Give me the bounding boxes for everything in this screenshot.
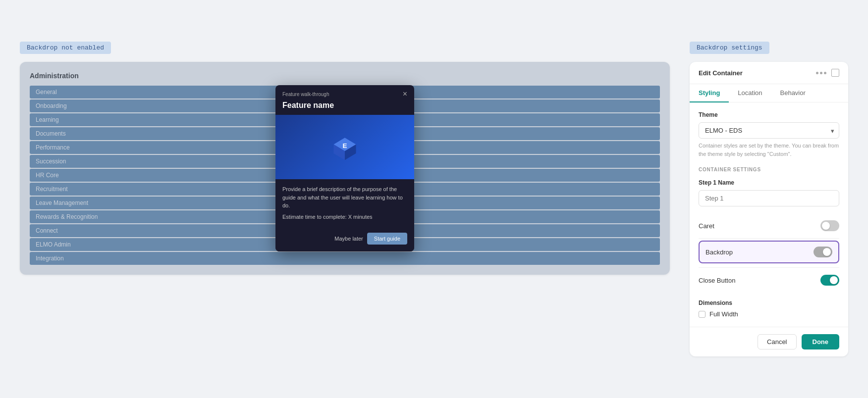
settings-card: Edit Container Styling Location Behavior: [690, 62, 848, 356]
modal-body: Provide a brief description of the purpo…: [275, 179, 414, 233]
step-name-input[interactable]: [699, 190, 839, 206]
card-footer: Cancel Done: [690, 327, 848, 356]
edit-container-label: Edit Container: [699, 69, 743, 77]
left-section-label: Backdrop not enabled: [20, 42, 111, 54]
divider-1: [699, 238, 839, 239]
theme-label: Theme: [699, 111, 839, 118]
close-button-toggle[interactable]: [820, 275, 839, 286]
tab-behavior[interactable]: Behavior: [771, 84, 814, 102]
dot-3: [824, 72, 826, 74]
full-width-row: Full Width: [699, 310, 839, 318]
full-width-label: Full Width: [709, 310, 738, 318]
dimensions-section: Dimensions Full Width: [699, 299, 839, 318]
modal-time-estimate: Estimate time to complete: X minutes: [282, 214, 407, 220]
caret-toggle-thumb: [822, 222, 830, 230]
square-icon[interactable]: [831, 69, 839, 77]
modal-image: E: [275, 115, 414, 179]
tab-location[interactable]: Location: [729, 84, 771, 102]
theme-select-wrapper: ELMO - EDS Custom ▾: [699, 122, 839, 139]
caret-label: Caret: [699, 222, 714, 230]
elmo-cube-icon: E: [330, 132, 360, 162]
caret-toggle[interactable]: [820, 220, 839, 231]
page-wrapper: Backdrop not enabled Administration Gene…: [20, 42, 848, 356]
dot-1: [816, 72, 818, 74]
cancel-button[interactable]: Cancel: [758, 334, 796, 349]
modal-title: Feature name: [275, 101, 414, 115]
feature-modal: Feature walk-through × Feature name E: [275, 85, 414, 251]
tabs-row: Styling Location Behavior: [690, 84, 848, 102]
step-name-group: Step 1 Name: [699, 179, 839, 206]
backdrop-label: Backdrop: [705, 249, 733, 256]
tab-styling[interactable]: Styling: [690, 84, 729, 102]
modal-description: Provide a brief description of the purpo…: [282, 185, 407, 210]
backdrop-toggle-thumb: [823, 248, 831, 256]
step-name-label: Step 1 Name: [699, 179, 839, 186]
header-icons: [816, 69, 839, 77]
modal-overlay: Feature walk-through × Feature name E: [20, 62, 670, 275]
settings-body: Theme ELMO - EDS Custom ▾ Container styl…: [690, 102, 848, 327]
close-button-row: Close Button: [699, 270, 839, 291]
admin-card: Administration GeneralOnboardingLearning…: [20, 62, 670, 275]
left-panel: Backdrop not enabled Administration Gene…: [20, 42, 670, 275]
start-guide-button[interactable]: Start guide: [367, 233, 407, 245]
settings-card-header: Edit Container: [690, 62, 848, 84]
theme-group: Theme ELMO - EDS Custom ▾ Container styl…: [699, 111, 839, 158]
close-button-toggle-thumb: [830, 276, 838, 284]
backdrop-toggle[interactable]: [814, 247, 832, 257]
done-button[interactable]: Done: [802, 334, 840, 349]
divider-2: [699, 267, 839, 268]
dot-2: [820, 72, 822, 74]
close-button-label: Close Button: [699, 277, 735, 284]
dimensions-label: Dimensions: [699, 299, 839, 306]
svg-text:E: E: [342, 143, 347, 150]
modal-header: Feature walk-through ×: [275, 85, 414, 101]
full-width-checkbox[interactable]: [699, 311, 705, 318]
modal-tag: Feature walk-through: [282, 92, 329, 97]
theme-hint: Container styles are set by the theme. Y…: [699, 142, 839, 158]
modal-footer: Maybe later Start guide: [275, 233, 414, 251]
maybe-later-button[interactable]: Maybe later: [334, 236, 363, 242]
right-section-label: Backdrop settings: [690, 42, 769, 54]
theme-select[interactable]: ELMO - EDS Custom: [699, 122, 839, 139]
container-settings-label: CONTAINER SETTINGS: [699, 167, 839, 172]
modal-close-button[interactable]: ×: [403, 90, 407, 98]
backdrop-row: Backdrop: [699, 241, 839, 263]
caret-row: Caret: [699, 215, 839, 236]
right-panel: Backdrop settings Edit Container Styling…: [690, 42, 848, 356]
dot-menu[interactable]: [816, 72, 826, 74]
